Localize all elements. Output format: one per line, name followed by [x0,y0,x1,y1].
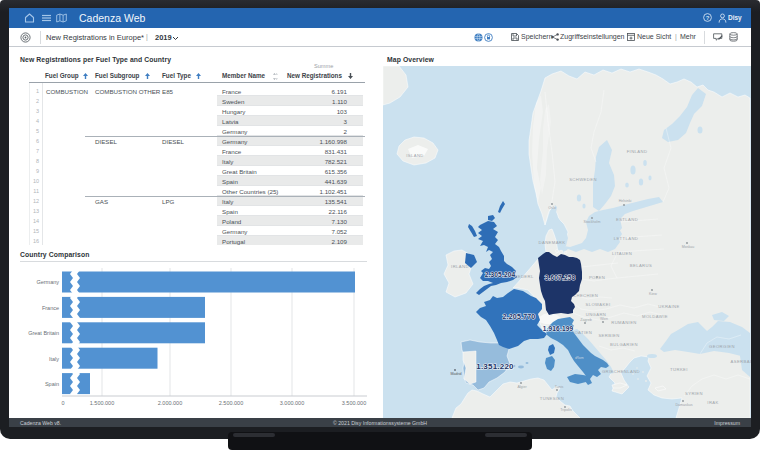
svg-text:IRLAND: IRLAND [451,264,469,269]
svg-text:Helsinki: Helsinki [619,199,632,203]
svg-text:Italy: Italy [49,356,59,362]
svg-text:3.607.258: 3.607.258 [545,274,576,281]
svg-text:1.351.220: 1.351.220 [476,362,514,371]
svg-text:MOLDAWIE: MOLDAWIE [642,314,668,319]
svg-text:RUMÄNIEN: RUMÄNIEN [611,320,637,325]
svg-text:Oslo: Oslo [548,206,555,210]
svg-text:GEORGIEN: GEORGIEN [709,344,735,349]
svg-text:POLEN: POLEN [589,275,605,280]
svg-text:TUNESIEN: TUNESIEN [540,396,564,401]
svg-text:GRIECHENLAND: GRIECHENLAND [602,369,640,374]
svg-text:SYRIEN: SYRIEN [685,391,703,396]
svg-text:Germany: Germany [36,279,59,285]
svg-text:Moskau: Moskau [682,245,695,249]
svg-text:NEDERL: NEDERL [514,274,534,279]
svg-text:Stockholm: Stockholm [584,220,601,224]
svg-text:Spain: Spain [45,381,59,387]
svg-text:SCHWEDEN: SCHWEDEN [569,177,597,182]
svg-text:LETTLAND: LETTLAND [614,236,639,241]
svg-text:2.205.770: 2.205.770 [503,313,536,320]
svg-text:2.000.000: 2.000.000 [158,400,182,406]
svg-text:ESTLAND: ESTLAND [616,217,638,222]
svg-text:DANEMARK: DANEMARK [539,240,566,245]
svg-text:LITAUEN: LITAUEN [612,251,632,256]
svg-text:BULGARIEN: BULGARIEN [610,342,638,347]
svg-text:Tripolis: Tripolis [560,408,572,412]
svg-text:?: ? [706,15,710,21]
svg-text:Great Britain: Great Britain [28,330,59,336]
svg-text:FINLAND: FINLAND [627,149,648,154]
svg-text:Algier: Algier [517,385,527,389]
svg-text:Rom: Rom [576,356,584,360]
svg-text:Kiew: Kiew [649,292,657,296]
svg-text:3.500.000: 3.500.000 [342,400,366,406]
svg-text:Wien: Wien [600,317,608,321]
svg-text:France: France [42,305,59,311]
svg-text:0: 0 [61,400,64,406]
svg-text:1.500.000: 1.500.000 [90,400,114,406]
svg-text:SLOWAKEI: SLOWAKEI [586,302,611,307]
svg-text:2.305.204: 2.305.204 [485,271,516,278]
svg-text:2.500.000: 2.500.000 [219,400,243,406]
svg-text:3.000.000: 3.000.000 [280,400,304,406]
svg-text:UKRAINE: UKRAINE [658,304,679,309]
svg-text:Zagreb: Zagreb [580,318,591,322]
svg-text:ISLAND: ISLAND [406,153,424,158]
svg-text:ASERBAI: ASERBAI [731,359,751,364]
svg-text:Damaskus: Damaskus [676,403,693,407]
svg-text:Tunis: Tunis [555,385,564,389]
svg-text:TÜRKEI: TÜRKEI [670,367,688,372]
svg-text:SERBIEN: SERBIEN [598,333,619,338]
svg-text:BELARUS: BELARUS [630,263,652,268]
svg-text:1.916.199: 1.916.199 [543,325,574,332]
svg-text:Madrid: Madrid [451,372,462,376]
svg-text:IRAK: IRAK [707,400,718,405]
